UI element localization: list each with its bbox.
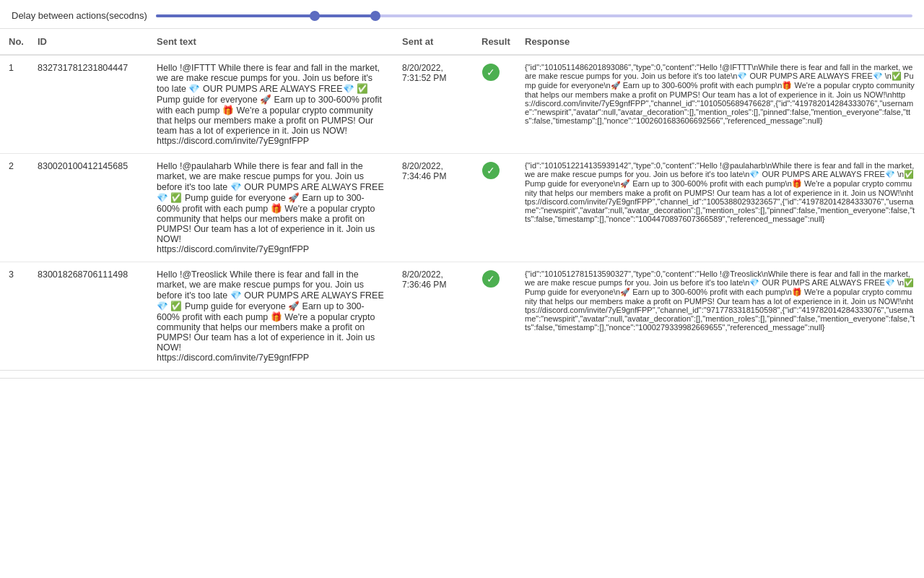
success-checkmark: ✓ <box>482 162 500 179</box>
cell-sent-at: 8/20/2022, 7:34:46 PM <box>393 154 473 262</box>
response-text: {"id":"1010511486201893086","type":0,"co… <box>525 63 915 125</box>
cell-response: {"id":"1010512781513590327","type":0,"co… <box>516 262 924 371</box>
data-table: No. ID Sent text Sent at Result Response… <box>0 29 924 371</box>
cell-result: ✓ <box>473 154 516 262</box>
success-checkmark: ✓ <box>482 270 500 288</box>
table-row: 1 832731781231804447 Hello !@IFTTT While… <box>0 55 924 154</box>
table-row: 2 830020100412145685 Hello !@paulaharb W… <box>0 154 924 262</box>
col-header-result: Result <box>473 29 516 55</box>
cell-no: 2 <box>0 154 29 262</box>
cell-no: 1 <box>0 55 29 154</box>
cell-sent-text: Hello !@Treoslick While there is fear an… <box>148 262 393 371</box>
col-header-sent-text: Sent text <box>148 29 393 55</box>
cell-no: 3 <box>0 262 29 371</box>
cell-sent-text: Hello !@IFTTT While there is fear and fa… <box>148 55 393 154</box>
slider-thumb-right[interactable] <box>370 11 380 21</box>
table-row: 3 830018268706111498 Hello !@Treoslick W… <box>0 262 924 371</box>
cell-response: {"id":"1010512214135939142","type":0,"co… <box>516 154 924 262</box>
cell-id: 830020100412145685 <box>29 154 148 262</box>
delay-label: Delay between actions(secodns) <box>12 10 147 21</box>
bottom-divider <box>0 378 924 379</box>
col-header-no: No. <box>0 29 29 55</box>
cell-response: {"id":"1010511486201893086","type":0,"co… <box>516 55 924 154</box>
slider-thumb-left[interactable] <box>310 11 320 21</box>
delay-slider[interactable] <box>156 14 912 18</box>
result-icon: ✓ <box>481 269 500 288</box>
cell-sent-text: Hello !@paulaharb While there is fear an… <box>148 154 393 262</box>
response-text: {"id":"1010512214135939142","type":0,"co… <box>525 161 915 223</box>
response-text: {"id":"1010512781513590327","type":0,"co… <box>525 269 915 332</box>
success-checkmark: ✓ <box>482 64 500 81</box>
cell-sent-at: 8/20/2022, 7:31:52 PM <box>393 55 473 154</box>
slider-fill <box>156 14 375 17</box>
col-header-response: Response <box>516 29 924 55</box>
table-header-row: No. ID Sent text Sent at Result Response <box>0 29 924 55</box>
col-header-id: ID <box>29 29 148 55</box>
data-table-wrapper: No. ID Sent text Sent at Result Response… <box>0 29 924 371</box>
cell-id: 832731781231804447 <box>29 55 148 154</box>
delay-section: Delay between actions(secodns) <box>0 0 924 29</box>
cell-result: ✓ <box>473 262 516 371</box>
cell-result: ✓ <box>473 55 516 154</box>
col-header-sent-at: Sent at <box>393 29 473 55</box>
cell-id: 830018268706111498 <box>29 262 148 371</box>
cell-sent-at: 8/20/2022, 7:36:46 PM <box>393 262 473 371</box>
result-icon: ✓ <box>481 63 500 82</box>
result-icon: ✓ <box>481 161 500 180</box>
